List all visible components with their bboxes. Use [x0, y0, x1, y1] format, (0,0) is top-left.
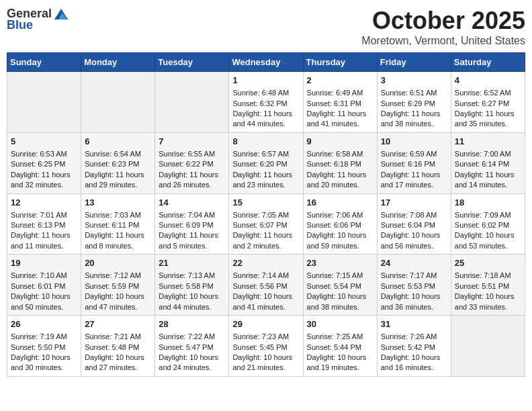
calendar-cell: 27Sunrise: 7:21 AMSunset: 5:48 PMDayligh…	[81, 316, 155, 377]
location-title: Moretown, Vermont, United States	[361, 35, 525, 47]
day-number: 26	[11, 318, 77, 330]
day-info: Sunset: 5:48 PM	[85, 342, 151, 353]
day-number: 24	[381, 257, 447, 269]
day-number: 5	[11, 136, 77, 148]
day-number: 25	[455, 257, 521, 269]
day-number: 10	[381, 136, 447, 148]
day-number: 13	[85, 197, 151, 209]
day-number: 3	[381, 75, 447, 87]
day-info: Daylight: 10 hours and 33 minutes.	[455, 291, 521, 312]
day-number: 27	[85, 318, 151, 330]
day-info: Sunset: 6:09 PM	[159, 220, 225, 230]
calendar-cell: 23Sunrise: 7:15 AMSunset: 5:54 PMDayligh…	[303, 255, 377, 316]
day-info: Sunrise: 7:10 AM	[11, 271, 77, 281]
calendar-cell: 7Sunrise: 6:55 AMSunset: 6:22 PMDaylight…	[155, 132, 229, 193]
calendar-cell: 31Sunrise: 7:26 AMSunset: 5:42 PMDayligh…	[377, 316, 451, 377]
day-info: Sunset: 6:32 PM	[232, 99, 299, 109]
day-info: Daylight: 10 hours and 24 minutes.	[159, 353, 225, 373]
day-number: 16	[307, 197, 373, 209]
day-info: Sunset: 6:14 PM	[455, 159, 521, 169]
calendar-week-row: 5Sunrise: 6:53 AMSunset: 6:25 PMDaylight…	[7, 132, 525, 193]
calendar-cell: 9Sunrise: 6:58 AMSunset: 6:18 PMDaylight…	[303, 132, 377, 193]
calendar-week-row: 1Sunrise: 6:48 AMSunset: 6:32 PMDaylight…	[7, 72, 525, 133]
calendar-cell: 17Sunrise: 7:08 AMSunset: 6:04 PMDayligh…	[377, 193, 451, 255]
day-number: 20	[85, 257, 151, 269]
day-header-wednesday: Wednesday	[229, 53, 303, 72]
day-number: 21	[159, 257, 225, 269]
day-info: Sunrise: 6:58 AM	[307, 149, 373, 159]
day-info: Sunset: 6:07 PM	[232, 220, 299, 230]
day-info: Sunrise: 6:49 AM	[307, 88, 373, 98]
day-info: Daylight: 11 hours and 29 minutes.	[85, 170, 151, 191]
day-info: Sunrise: 7:13 AM	[159, 271, 225, 281]
day-number: 9	[307, 136, 373, 148]
day-header-sunday: Sunday	[7, 53, 81, 72]
day-header-thursday: Thursday	[303, 53, 377, 72]
day-info: Sunset: 6:02 PM	[455, 220, 521, 230]
calendar-cell: 3Sunrise: 6:51 AMSunset: 6:29 PMDaylight…	[377, 72, 451, 133]
calendar-cell: 19Sunrise: 7:10 AMSunset: 6:01 PMDayligh…	[7, 255, 81, 316]
day-info: Sunset: 5:54 PM	[307, 281, 373, 291]
day-info: Daylight: 11 hours and 38 minutes.	[381, 109, 447, 130]
calendar-cell: 18Sunrise: 7:09 AMSunset: 6:02 PMDayligh…	[451, 193, 525, 255]
page-header: General Blue October 2025 Moretown, Verm…	[7, 7, 525, 47]
day-info: Daylight: 11 hours and 2 minutes.	[232, 230, 299, 251]
calendar-cell	[7, 72, 81, 133]
day-header-saturday: Saturday	[451, 53, 525, 72]
day-info: Sunrise: 7:18 AM	[455, 271, 521, 281]
day-info: Sunrise: 7:05 AM	[232, 210, 299, 220]
day-info: Daylight: 11 hours and 8 minutes.	[85, 230, 151, 251]
day-number: 28	[159, 318, 225, 330]
calendar-cell: 14Sunrise: 7:04 AMSunset: 6:09 PMDayligh…	[155, 193, 229, 255]
day-info: Sunrise: 7:12 AM	[85, 271, 151, 281]
day-info: Sunset: 5:47 PM	[159, 342, 225, 353]
day-info: Sunrise: 6:59 AM	[381, 149, 447, 159]
calendar-cell: 10Sunrise: 6:59 AMSunset: 6:16 PMDayligh…	[377, 132, 451, 193]
day-info: Daylight: 10 hours and 38 minutes.	[307, 291, 373, 312]
day-info: Daylight: 11 hours and 14 minutes.	[455, 170, 521, 191]
day-number: 23	[307, 257, 373, 269]
day-info: Sunset: 6:06 PM	[307, 220, 373, 230]
day-info: Sunset: 6:11 PM	[85, 220, 151, 230]
calendar-cell: 12Sunrise: 7:01 AMSunset: 6:13 PMDayligh…	[7, 193, 81, 255]
calendar-header-row: SundayMondayTuesdayWednesdayThursdayFrid…	[7, 53, 525, 72]
day-header-monday: Monday	[81, 53, 155, 72]
calendar-cell: 8Sunrise: 6:57 AMSunset: 6:20 PMDaylight…	[229, 132, 303, 193]
day-info: Daylight: 11 hours and 20 minutes.	[307, 170, 373, 191]
day-info: Daylight: 10 hours and 19 minutes.	[307, 353, 373, 373]
calendar-cell: 5Sunrise: 6:53 AMSunset: 6:25 PMDaylight…	[7, 132, 81, 193]
logo-icon	[53, 7, 69, 21]
calendar-cell: 16Sunrise: 7:06 AMSunset: 6:06 PMDayligh…	[303, 193, 377, 255]
calendar-cell: 15Sunrise: 7:05 AMSunset: 6:07 PMDayligh…	[229, 193, 303, 255]
day-info: Sunset: 5:53 PM	[381, 281, 447, 291]
title-area: October 2025 Moretown, Vermont, United S…	[361, 7, 525, 47]
day-info: Daylight: 11 hours and 11 minutes.	[11, 230, 77, 251]
day-number: 18	[455, 197, 521, 209]
day-info: Daylight: 10 hours and 21 minutes.	[232, 353, 299, 373]
day-number: 4	[455, 75, 521, 87]
day-number: 2	[307, 75, 373, 87]
calendar-cell	[451, 316, 525, 377]
day-info: Sunrise: 6:53 AM	[11, 149, 77, 159]
day-info: Sunset: 6:04 PM	[381, 220, 447, 230]
day-info: Sunset: 6:16 PM	[381, 159, 447, 169]
day-info: Sunset: 6:13 PM	[11, 220, 77, 230]
calendar-cell: 22Sunrise: 7:14 AMSunset: 5:56 PMDayligh…	[229, 255, 303, 316]
calendar-week-row: 26Sunrise: 7:19 AMSunset: 5:50 PMDayligh…	[7, 316, 525, 377]
day-info: Daylight: 11 hours and 41 minutes.	[307, 109, 373, 130]
day-info: Daylight: 11 hours and 23 minutes.	[232, 170, 299, 191]
day-info: Daylight: 10 hours and 56 minutes.	[381, 230, 447, 251]
day-info: Sunrise: 7:08 AM	[381, 210, 447, 220]
day-info: Sunrise: 6:55 AM	[159, 149, 225, 159]
day-number: 17	[381, 197, 447, 209]
day-info: Daylight: 11 hours and 5 minutes.	[159, 230, 225, 251]
calendar-cell	[155, 72, 229, 133]
calendar-cell: 21Sunrise: 7:13 AMSunset: 5:58 PMDayligh…	[155, 255, 229, 316]
day-header-tuesday: Tuesday	[155, 53, 229, 72]
calendar-cell: 11Sunrise: 7:00 AMSunset: 6:14 PMDayligh…	[451, 132, 525, 193]
day-info: Daylight: 10 hours and 27 minutes.	[85, 353, 151, 373]
day-number: 22	[232, 257, 299, 269]
day-info: Sunrise: 7:15 AM	[307, 271, 373, 281]
day-number: 1	[232, 75, 299, 87]
day-number: 6	[85, 136, 151, 148]
